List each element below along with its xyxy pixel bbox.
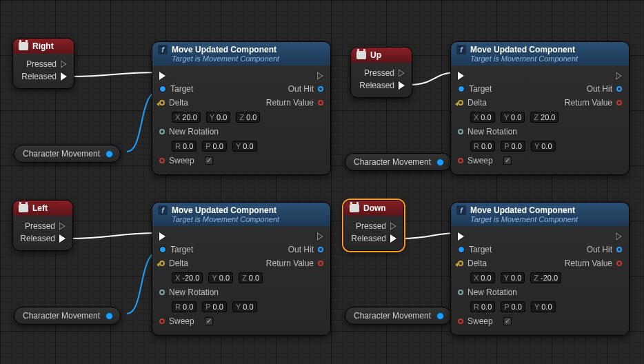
delta-y-field[interactable]: Y0.0 — [206, 112, 231, 123]
exec-pin-released[interactable] — [59, 234, 66, 243]
exec-in-pin[interactable] — [159, 72, 165, 80]
sweep-label: Sweep — [169, 156, 194, 165]
delta-y-field[interactable]: Y0.0 — [501, 112, 525, 123]
exec-pin-pressed[interactable] — [61, 60, 67, 68]
exec-pin-pressed[interactable] — [59, 222, 66, 230]
event-left-node[interactable]: Left Pressed Released — [12, 200, 73, 251]
retval-pin[interactable] — [616, 261, 622, 266]
rot-p-field[interactable]: P0.0 — [202, 141, 227, 152]
delta-x-field[interactable]: X0.0 — [470, 112, 495, 123]
sweep-pin[interactable] — [159, 318, 165, 324]
exec-in-pin[interactable] — [159, 232, 165, 241]
outhit-pin[interactable] — [616, 86, 622, 92]
exec-out-pin[interactable] — [317, 72, 323, 80]
delta-z-field[interactable]: Z20.0 — [530, 112, 559, 123]
delta-z-field[interactable]: Z0.0 — [236, 112, 260, 123]
outhit-pin[interactable] — [318, 86, 323, 92]
rot-p-field[interactable]: P0.0 — [501, 301, 525, 312]
keyboard-icon — [19, 204, 28, 212]
outhit-pin[interactable] — [318, 247, 323, 252]
func-move-updated-left[interactable]: fMove Updated Component Target is Moveme… — [152, 202, 331, 336]
sweep-pin[interactable] — [458, 158, 463, 163]
exec-pin-pressed[interactable] — [390, 222, 396, 230]
rot-y-field[interactable]: Y0.0 — [232, 141, 257, 152]
exec-out-pin[interactable] — [317, 232, 323, 241]
rot-r-field[interactable]: R0.0 — [470, 141, 495, 152]
delta-pin[interactable] — [159, 261, 165, 266]
delta-pin[interactable] — [458, 100, 463, 105]
newrot-pin[interactable] — [458, 129, 463, 134]
delta-y-field[interactable]: Y0.0 — [501, 272, 525, 283]
retval-pin[interactable] — [318, 261, 323, 266]
delta-z-field[interactable]: Z0.0 — [239, 272, 263, 283]
func-move-updated-down[interactable]: fMove Updated Component Target is Moveme… — [450, 202, 630, 336]
exec-pin-released[interactable] — [61, 72, 67, 81]
function-icon: f — [456, 205, 466, 215]
target-pin[interactable] — [159, 85, 166, 92]
exec-pin-released[interactable] — [390, 234, 396, 243]
event-up-node[interactable]: Up Pressed Released — [350, 47, 412, 98]
sweep-checkbox[interactable]: ✓ — [503, 156, 512, 165]
func-move-updated-up[interactable]: fMove Updated Component Target is Moveme… — [450, 41, 630, 175]
exec-pin-pressed[interactable] — [399, 69, 405, 77]
outhit-label: Out Hit — [288, 84, 314, 94]
delta-pin[interactable] — [458, 261, 463, 266]
exec-pin-released[interactable] — [399, 81, 405, 90]
event-title: Right — [32, 41, 54, 51]
retval-pin[interactable] — [318, 100, 323, 105]
rot-r-field[interactable]: R0.0 — [172, 141, 197, 152]
pressed-label: Pressed — [364, 68, 394, 78]
output-pin[interactable] — [105, 150, 113, 158]
event-right-node[interactable]: Right Pressed Released — [12, 38, 74, 89]
target-pin[interactable] — [458, 85, 465, 92]
target-pin[interactable] — [159, 246, 166, 253]
var-character-movement-left[interactable]: Character Movement — [14, 307, 121, 325]
delta-x-field[interactable]: X-20.0 — [172, 272, 203, 283]
function-icon: f — [456, 45, 466, 54]
var-character-movement-down[interactable]: Character Movement — [345, 307, 452, 325]
func-move-updated-right[interactable]: fMove Updated Component Target is Moveme… — [152, 41, 331, 175]
function-icon: f — [158, 45, 168, 54]
exec-in-pin[interactable] — [458, 72, 464, 80]
exec-out-pin[interactable] — [616, 232, 622, 241]
rot-y-field[interactable]: Y0.0 — [531, 141, 556, 152]
exec-out-pin[interactable] — [616, 72, 622, 80]
retval-label: Return Value — [266, 98, 314, 108]
delta-x-field[interactable]: X20.0 — [172, 112, 201, 123]
sweep-checkbox[interactable]: ✓ — [503, 317, 512, 325]
var-character-movement-up[interactable]: Character Movement — [345, 153, 452, 171]
rot-p-field[interactable]: P0.0 — [501, 141, 525, 152]
func-subtitle: Target is Movement Component — [158, 54, 323, 63]
var-label: Character Movement — [354, 311, 431, 321]
exec-in-pin[interactable] — [458, 232, 464, 241]
delta-y-field[interactable]: Y0.0 — [208, 272, 233, 283]
event-down-node[interactable]: Down Pressed Released — [343, 200, 404, 251]
rot-p-field[interactable]: P0.0 — [202, 301, 227, 312]
keyboard-icon — [356, 51, 366, 59]
newrot-pin[interactable] — [159, 290, 165, 295]
rot-r-field[interactable]: R0.0 — [470, 301, 495, 312]
outhit-pin[interactable] — [616, 247, 622, 252]
var-character-movement-right[interactable]: Character Movement — [14, 145, 121, 163]
newrot-pin[interactable] — [458, 290, 463, 295]
delta-x-field[interactable]: X0.0 — [470, 272, 495, 283]
func-title: Move Updated Component — [172, 45, 276, 54]
sweep-checkbox[interactable]: ✓ — [205, 317, 213, 325]
sweep-pin[interactable] — [159, 158, 165, 163]
output-pin[interactable] — [436, 312, 444, 320]
output-pin[interactable] — [436, 159, 444, 166]
target-pin[interactable] — [458, 246, 465, 253]
sweep-checkbox[interactable]: ✓ — [205, 156, 213, 165]
sweep-pin[interactable] — [458, 318, 463, 324]
rot-y-field[interactable]: Y0.0 — [232, 301, 257, 312]
delta-z-field[interactable]: Z-20.0 — [530, 272, 561, 283]
rot-y-field[interactable]: Y0.0 — [531, 301, 556, 312]
keyboard-icon — [350, 204, 359, 212]
output-pin[interactable] — [105, 312, 113, 320]
retval-pin[interactable] — [616, 100, 622, 105]
rot-r-field[interactable]: R0.0 — [172, 301, 197, 312]
newrot-pin[interactable] — [159, 129, 165, 134]
delta-label: Delta — [169, 98, 188, 108]
event-title: Left — [32, 203, 48, 213]
delta-pin[interactable] — [159, 100, 165, 105]
